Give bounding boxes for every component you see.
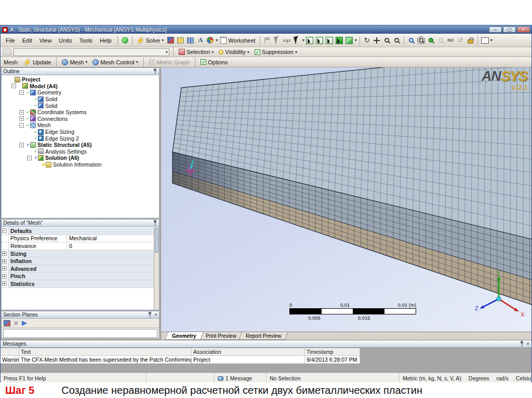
panel-close-icon[interactable]: × [154,312,157,318]
details-value[interactable]: 0 [67,242,154,250]
extend-selection-icon[interactable] [345,36,354,45]
pin-icon[interactable] [153,68,157,74]
image-caret-icon[interactable]: ▾ [216,38,218,43]
tree-item[interactable]: ✓Edge Sizing 2 [2,135,159,142]
tree-item[interactable]: −✓Geometry [2,89,159,96]
tree-item[interactable]: −✓Mesh [2,122,159,129]
details-group-row[interactable]: +Pinch [2,273,154,281]
panel-close-icon[interactable]: × [526,341,529,347]
expand-toggle[interactable]: + [2,281,7,286]
expand-toggle[interactable]: − [27,156,32,160]
new-section-plane-icon[interactable] [4,320,10,326]
expand-toggle[interactable]: − [11,84,16,88]
expand-toggle[interactable]: − [19,123,24,128]
select-cursor-caret-icon[interactable]: ▾ [302,38,304,43]
extend-caret-icon[interactable]: ▾ [355,38,357,43]
metric-graph-button[interactable]: Metric Graph [148,59,192,66]
meshed-plate-model[interactable]: YZX [161,67,531,332]
update-button[interactable]: ⚡ Update [22,58,52,66]
tab-geometry[interactable]: Geometry [165,332,203,340]
expand-toggle[interactable]: + [2,274,7,279]
tab-print-preview[interactable]: Print Preview [198,332,243,340]
titlebar[interactable]: A : Static Structural (ANSYS) - Mechanic… [1,25,531,34]
select-face-icon[interactable] [325,36,334,45]
suppression-dropdown[interactable]: ✓ Suppression ▾ [253,48,299,56]
tree-item[interactable]: +✓Connections [2,116,159,122]
zoom-box-icon[interactable] [392,36,401,45]
mesh-control-dropdown[interactable]: Mesh Control ▾ [91,59,139,66]
tree-item[interactable]: ✓Solid [2,96,159,103]
worksheet-button[interactable]: Worksheet [219,36,257,45]
tree-item[interactable]: −Model (A4) [2,83,159,90]
zoom-plus-icon[interactable] [427,36,435,45]
mesh-dropdown[interactable]: Mesh ▾ [60,59,89,66]
named-selection-combobox[interactable]: ▾ [14,48,169,56]
selection-dropdown[interactable]: Selection ▾ [177,48,215,56]
expand-toggle[interactable]: − [2,228,7,233]
minimize-button[interactable]: – [489,26,502,33]
expand-toggle[interactable]: + [19,110,24,115]
details-group-row[interactable]: +Advanced [2,265,154,273]
menu-view[interactable]: View [36,36,55,45]
details-value[interactable]: Mechanical [67,235,154,242]
details-group-row[interactable]: −Defaults [2,227,154,235]
solve-button[interactable]: ⚡ Solve ▾ [135,36,166,45]
menu-units[interactable]: Units [56,36,75,45]
zoom-minus-icon[interactable] [436,36,445,45]
tree-item[interactable]: ⚡Solution Information [2,161,159,168]
messages-col-severity[interactable] [1,348,19,355]
messages-col-association[interactable]: Association [192,348,305,355]
viewports-icon[interactable] [481,36,489,45]
menu-edit[interactable]: Edit [19,36,35,45]
details-property-row[interactable]: Relevance0 [2,242,154,250]
close-button[interactable]: × [517,26,530,33]
annotation-icon[interactable]: A [196,36,205,45]
chart-yellow-icon[interactable] [176,36,185,45]
tree-item[interactable]: +✓Coordinate Systems [2,109,159,116]
probe-icon[interactable] [273,36,282,45]
options-button[interactable]: ✓ Options [199,59,229,66]
menu-tools[interactable]: Tools [76,36,96,45]
tree-item[interactable]: ✓Analysis Settings [2,148,159,155]
delete-section-plane-icon[interactable]: ✕ [14,320,19,327]
expand-toggle[interactable]: − [19,90,24,95]
details-group-row[interactable]: +Sizing [2,250,154,258]
status-messages[interactable]: 1 Message [215,373,267,383]
flip-section-plane-icon[interactable] [22,321,27,326]
menu-file[interactable]: File [3,36,18,45]
rotate-icon[interactable]: ↻ [363,36,371,45]
create-selection-group-icon[interactable] [3,48,11,57]
tree-item[interactable]: −?Solution (A6) [2,155,159,161]
details-group-row[interactable]: +Statistics [2,280,154,288]
visibility-dropdown[interactable]: Visibility ▾ [217,48,251,56]
coordinates-label-icon[interactable]: x,y,z [283,36,291,45]
tree-item[interactable]: −?Static Structural (A5) [2,142,159,148]
viewports-caret-icon[interactable]: ▾ [490,38,493,43]
details-property-row[interactable]: Physics PreferenceMechanical [2,235,154,243]
details-scrollbar[interactable] [154,227,159,310]
menu-help[interactable]: Help [97,36,115,45]
section-planes-list[interactable] [3,329,157,338]
message-row[interactable]: Warning The CFX-Mesh Method has been sup… [1,356,360,364]
messages-col-timestamp[interactable]: Timestamp [305,348,360,355]
pin-icon[interactable] [153,220,157,226]
zoom-in-icon[interactable] [382,36,391,45]
select-edge-icon[interactable] [315,36,324,45]
select-vertex-icon[interactable] [305,36,314,45]
tab-report-preview[interactable]: Report Preview [238,332,288,340]
tree-item[interactable]: ✓Edge Sizing [2,129,159,135]
pin-icon[interactable] [520,341,524,347]
iso-view-icon[interactable]: ISO [446,36,455,45]
expand-toggle[interactable]: − [19,143,24,147]
manage-views-icon[interactable] [466,36,475,45]
zoom-select-icon[interactable] [417,36,425,45]
previous-view-icon[interactable]: ↺ [456,36,465,45]
zoom-fit-icon[interactable] [407,36,416,45]
image-capture-icon[interactable] [206,36,215,45]
expand-toggle[interactable]: + [2,259,7,264]
graphics-viewport[interactable]: YZX ANSYS v12.1 0 0,01 0,02 (m) [161,67,531,332]
tree-item[interactable]: Project [2,76,159,83]
details-group-row[interactable]: +Inflation [2,257,154,265]
resume-icon[interactable]: ✓ [121,36,129,45]
messages-col-text[interactable]: Text [19,348,192,355]
